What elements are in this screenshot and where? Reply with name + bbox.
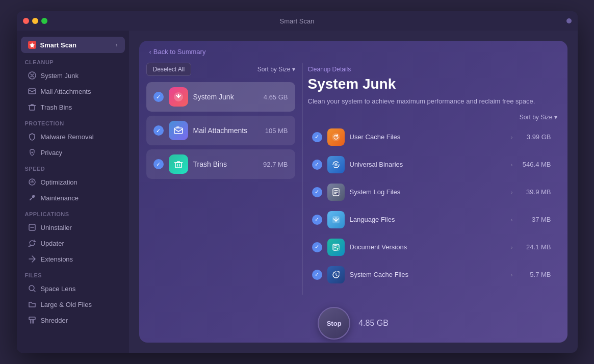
- sidebar-section-speed: Speed: [17, 161, 129, 174]
- list-item-trash-bins[interactable]: ✓ Trash Bins 92.7 MB: [146, 149, 295, 179]
- user-cache-label: User Cache Files: [350, 133, 506, 141]
- check-system-log-icon: ✓: [312, 187, 322, 197]
- sidebar-item-system-junk[interactable]: System Junk: [20, 68, 126, 83]
- svg-text:56: 56: [338, 193, 340, 195]
- stop-button[interactable]: Stop: [318, 307, 350, 340]
- document-versions-size: 24.1 MB: [518, 243, 551, 251]
- folder-icon: [28, 300, 36, 308]
- sidebar-item-malware-removal[interactable]: Malware Removal: [20, 129, 126, 144]
- language-files-label: Language Files: [350, 216, 506, 223]
- maximize-dot[interactable]: [41, 18, 47, 24]
- app-window: Smart Scan Smart Scan › Clean: [17, 11, 578, 353]
- sidebar-item-smart-scan[interactable]: Smart Scan ›: [21, 37, 125, 53]
- svg-point-14: [334, 163, 338, 166]
- trash-icon: [28, 103, 36, 111]
- sidebar-item-privacy[interactable]: Privacy: [20, 145, 126, 160]
- system-log-icon: 56: [327, 184, 345, 201]
- deselect-all-button[interactable]: Deselect All: [146, 63, 192, 76]
- main-content: Smart Scan › Cleanup System Junk Mail At…: [17, 31, 578, 353]
- detail-items-list: ✓ User Cache Files: [308, 124, 557, 292]
- system-log-chevron-icon: ›: [511, 189, 513, 195]
- back-to-summary-button[interactable]: ‹ Back to Summary: [149, 48, 206, 56]
- universal-binaries-label: Universal Binaries: [350, 161, 506, 168]
- sidebar-section-applications: Applications: [17, 206, 129, 219]
- document-versions-label: Document Versions: [350, 243, 506, 251]
- sidebar: Smart Scan › Cleanup System Junk Mail At…: [17, 31, 129, 353]
- optimization-icon: [28, 178, 36, 186]
- sidebar-item-shredder[interactable]: Shredder: [20, 313, 126, 328]
- svg-rect-12: [175, 163, 182, 168]
- malware-icon: [28, 133, 36, 141]
- sidebar-item-uninstaller[interactable]: Uninstaller: [20, 220, 126, 235]
- detail-item-partial[interactable]: —: [308, 289, 555, 292]
- sidebar-section-protection: Protection: [17, 115, 129, 128]
- list-panel: Deselect All Sort by Size ▾ ✓: [139, 56, 302, 302]
- sidebar-item-trash-bins[interactable]: Trash Bins: [20, 99, 126, 115]
- svg-point-13: [332, 133, 340, 141]
- mail-attachments-item-size: 105 MB: [265, 127, 288, 135]
- list-item-mail-attachments[interactable]: ✓ Mail Attachments 105 MB: [146, 116, 295, 145]
- sidebar-item-updater[interactable]: Updater: [20, 236, 126, 251]
- detail-item-document-versions[interactable]: ✓ Document Versions: [308, 234, 555, 261]
- detail-title: System Junk: [308, 76, 557, 92]
- traffic-lights: [23, 18, 47, 24]
- language-files-size: 37 MB: [518, 216, 551, 223]
- mail-attachments-item-label: Mail Attachments: [193, 126, 260, 135]
- trash-bins-item-label: Trash Bins: [193, 160, 259, 168]
- universal-binaries-chevron-icon: ›: [511, 162, 513, 168]
- sidebar-item-optimization[interactable]: Optimization: [20, 174, 126, 190]
- system-cache-icon: [327, 266, 345, 283]
- detail-item-language-files[interactable]: ✓ Language Files ›: [308, 206, 555, 233]
- check-universal-binaries-icon: ✓: [312, 160, 322, 170]
- document-versions-icon: [327, 239, 345, 256]
- panel-header: ‹ Back to Summary: [139, 41, 567, 56]
- list-toolbar: Deselect All Sort by Size ▾: [146, 63, 295, 76]
- sidebar-item-mail-attachments[interactable]: Mail Attachments: [20, 84, 126, 99]
- main-area: ‹ Back to Summary Deselect All Sort by S…: [129, 31, 578, 353]
- system-junk-icon: [28, 71, 36, 80]
- shredder-icon: [28, 316, 36, 324]
- check-mail-icon: ✓: [153, 125, 164, 136]
- titlebar: Smart Scan: [17, 11, 578, 31]
- trash-bins-list-icon: [169, 154, 188, 174]
- document-versions-chevron-icon: ›: [511, 244, 513, 250]
- svg-point-4: [31, 152, 33, 153]
- total-size-display: 4.85 GB: [358, 319, 389, 328]
- detail-list-header: Sort by Size ▾: [308, 114, 557, 121]
- smart-scan-icon: [28, 41, 36, 49]
- system-junk-list-icon: [169, 87, 188, 107]
- detail-item-user-cache[interactable]: ✓ User Cache Files: [308, 124, 555, 150]
- indicator-dot: [566, 18, 572, 23]
- window-title: Smart Scan: [280, 17, 315, 25]
- svg-rect-11: [174, 128, 183, 134]
- check-user-cache-icon: ✓: [312, 132, 322, 142]
- updater-icon: [28, 239, 36, 247]
- detail-item-system-log[interactable]: ✓ 56 System Log Files: [308, 179, 555, 205]
- bottom-area: Stop 4.85 GB: [139, 302, 567, 343]
- detail-sort-button[interactable]: Sort by Size ▾: [520, 114, 557, 121]
- detail-item-system-cache[interactable]: ✓ System Cache Files ›: [308, 262, 555, 288]
- cleanup-details-label: Cleanup Details: [308, 66, 557, 73]
- check-system-cache-icon: ✓: [312, 270, 322, 280]
- sidebar-item-maintenance[interactable]: Maintenance: [20, 190, 126, 205]
- svg-rect-2: [29, 89, 36, 94]
- maintenance-icon: [28, 194, 36, 202]
- smart-scan-label: Smart Scan: [40, 41, 77, 49]
- close-dot[interactable]: [23, 18, 29, 24]
- check-document-versions-icon: ✓: [312, 242, 322, 252]
- minimize-dot[interactable]: [32, 18, 38, 24]
- system-cache-chevron-icon: ›: [511, 272, 513, 278]
- user-cache-icon: [327, 128, 345, 146]
- list-item-system-junk[interactable]: ✓ System Junk 4.65 GB: [146, 82, 295, 112]
- trash-bins-item-size: 92.7 MB: [263, 161, 288, 168]
- sidebar-item-space-lens[interactable]: Space Lens: [20, 281, 126, 296]
- universal-binaries-icon: [327, 156, 345, 173]
- sidebar-section-cleanup: Cleanup: [17, 54, 129, 67]
- detail-item-universal-binaries[interactable]: ✓ Universal Binaries ›: [308, 151, 555, 178]
- sort-chevron-icon: ▾: [292, 66, 295, 73]
- language-files-chevron-icon: ›: [511, 217, 513, 223]
- sort-by-size-button[interactable]: Sort by Size ▾: [257, 66, 295, 73]
- check-system-junk-icon: ✓: [153, 92, 164, 102]
- sidebar-item-extensions[interactable]: Extensions: [20, 251, 126, 267]
- sidebar-item-large-old-files[interactable]: Large & Old Files: [20, 297, 126, 312]
